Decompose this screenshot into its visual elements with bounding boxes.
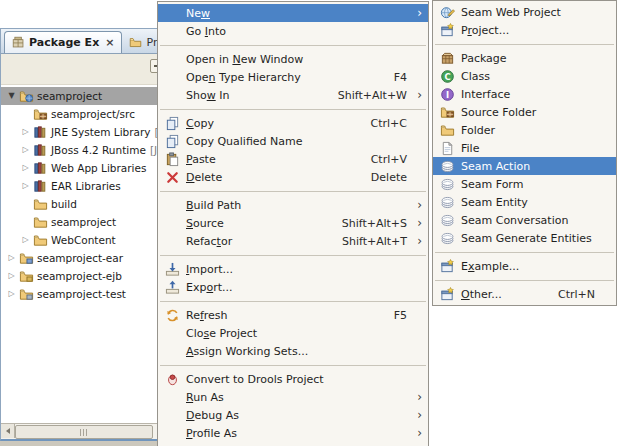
menu-item-paste[interactable]: PasteCtrl+V bbox=[158, 150, 428, 168]
tree-item-webcontent[interactable]: ▷WebContent bbox=[1, 231, 171, 249]
menu-item-refactor[interactable]: RefactorShift+Alt+T› bbox=[158, 232, 428, 250]
menu-item-new[interactable]: New› bbox=[158, 4, 428, 22]
menu-item-label: Other... bbox=[461, 288, 502, 301]
seam-icon bbox=[439, 158, 456, 174]
tree-item-build[interactable]: build bbox=[1, 195, 171, 213]
menu-separator bbox=[433, 275, 616, 285]
menu-item-seam-form[interactable]: Seam Form bbox=[433, 175, 616, 193]
submenu-arrow-icon: › bbox=[413, 217, 422, 229]
menu-separator bbox=[158, 360, 428, 370]
menu-item-copy-qualified-name[interactable]: Copy Qualified Name bbox=[158, 132, 428, 150]
tree-item-ear-libraries[interactable]: ▷EAR Libraries bbox=[1, 177, 171, 195]
menu-item-source[interactable]: SourceShift+Alt+S› bbox=[158, 214, 428, 232]
submenu-arrow-icon: › bbox=[413, 391, 422, 403]
menu-item-seam-action[interactable]: Seam Action bbox=[433, 157, 616, 175]
icon-spacer bbox=[164, 197, 181, 213]
menu-item-run-as[interactable]: Run As› bbox=[158, 388, 428, 406]
menu-item-interface[interactable]: IInterface bbox=[433, 85, 616, 103]
project-ear-icon bbox=[18, 250, 34, 266]
menu-item-label: Seam Action bbox=[461, 160, 530, 173]
horizontal-scrollbar[interactable] bbox=[1, 423, 171, 439]
menu-item-package[interactable]: Package bbox=[433, 49, 616, 67]
menu-item-assign-working-sets[interactable]: Assign Working Sets... bbox=[158, 342, 428, 360]
expander-collapsed-icon[interactable]: ▷ bbox=[19, 182, 32, 190]
menu-item-export[interactable]: Export... bbox=[158, 278, 428, 296]
menu-item-example[interactable]: Example... bbox=[433, 257, 616, 275]
menu-item-close-project[interactable]: Close Project bbox=[158, 324, 428, 342]
scrollbar-thumb[interactable] bbox=[15, 425, 153, 439]
tree-item-label: seamproject bbox=[37, 90, 102, 102]
tree-item-seamproject-ejb[interactable]: ▷seamproject-ejb bbox=[1, 267, 171, 285]
package-explorer-icon bbox=[12, 36, 25, 49]
menu-item-open-type-hierarchy[interactable]: Open Type HierarchyF4 bbox=[158, 68, 428, 86]
project-tree: ▼seamprojectseamproject/src▷JRE System L… bbox=[1, 85, 171, 423]
menu-item-project[interactable]: Project... bbox=[433, 21, 616, 39]
folder-icon bbox=[32, 196, 48, 212]
menu-item-label: Assign Working Sets... bbox=[186, 345, 308, 358]
expander-collapsed-icon[interactable]: ▷ bbox=[5, 290, 18, 298]
seam-web-project-icon bbox=[439, 4, 456, 20]
icon-spacer bbox=[164, 23, 181, 39]
menu-item-delete[interactable]: DeleteDelete bbox=[158, 168, 428, 186]
close-tab-icon[interactable]: × bbox=[105, 37, 114, 48]
expander-expanded-icon[interactable]: ▼ bbox=[5, 92, 18, 100]
expander-collapsed-icon[interactable]: ▷ bbox=[19, 146, 32, 154]
menu-item-copy[interactable]: CopyCtrl+C bbox=[158, 114, 428, 132]
folder-icon bbox=[32, 232, 48, 248]
tree-item-jboss-4-2-runtime[interactable]: ▷JBoss 4.2 Runtime[JBoss 4. bbox=[1, 141, 171, 159]
tree-item-jre-system-library[interactable]: ▷JRE System Library[java-1. bbox=[1, 123, 171, 141]
menu-item-open-in-new-window[interactable]: Open in New Window bbox=[158, 50, 428, 68]
tab-package-ex[interactable]: Package Ex× bbox=[4, 31, 122, 53]
expander-collapsed-icon[interactable]: ▷ bbox=[19, 164, 32, 172]
menu-item-import[interactable]: Import... bbox=[158, 260, 428, 278]
tree-item-seamproject[interactable]: ▼seamproject bbox=[1, 87, 171, 105]
menu-item-label: Copy bbox=[186, 117, 214, 130]
tree-item-web-app-libraries[interactable]: ▷Web App Libraries bbox=[1, 159, 171, 177]
shortcut-label: Delete bbox=[371, 171, 413, 184]
menu-item-debug-as[interactable]: Debug As› bbox=[158, 406, 428, 424]
menu-item-source-folder[interactable]: Source Folder bbox=[433, 103, 616, 121]
menu-item-file[interactable]: File bbox=[433, 139, 616, 157]
expander-collapsed-icon[interactable]: ▷ bbox=[19, 236, 32, 244]
menu-item-go-into[interactable]: Go Into bbox=[158, 22, 428, 40]
export-icon bbox=[164, 279, 181, 295]
menu-item-seam-web-project[interactable]: Seam Web Project bbox=[433, 3, 616, 21]
expander-collapsed-icon[interactable]: ▷ bbox=[19, 128, 32, 136]
seam-icon bbox=[439, 176, 456, 192]
icon-spacer bbox=[164, 5, 181, 21]
menu-item-seam-generate-entities[interactable]: Seam Generate Entities bbox=[433, 229, 616, 247]
menu-item-convert-to-drools-project[interactable]: Convert to Drools Project bbox=[158, 370, 428, 388]
menu-item-refresh[interactable]: RefreshF5 bbox=[158, 306, 428, 324]
menu-item-folder[interactable]: Folder bbox=[433, 121, 616, 139]
eclipse-workbench: Package Ex×Project Exp ▼seamprojectseamp… bbox=[0, 0, 621, 446]
menu-item-class[interactable]: CClass bbox=[433, 67, 616, 85]
icon-spacer bbox=[164, 215, 181, 231]
menu-item-label: Open Type Hierarchy bbox=[186, 71, 301, 84]
menu-item-show-in[interactable]: Show InShift+Alt+W› bbox=[158, 86, 428, 104]
menu-item-label: Refresh bbox=[186, 309, 228, 322]
scroll-left-button[interactable] bbox=[1, 424, 15, 438]
interface-icon: I bbox=[439, 86, 456, 102]
menu-item-label: Seam Generate Entities bbox=[461, 232, 592, 245]
menu-item-label: Refactor bbox=[186, 235, 232, 248]
expander-collapsed-icon[interactable]: ▷ bbox=[5, 254, 18, 262]
tree-item-seamproject[interactable]: seamproject bbox=[1, 213, 171, 231]
icon-spacer bbox=[164, 407, 181, 423]
menu-item-profile-as[interactable]: Profile As› bbox=[158, 424, 428, 442]
menu-item-other[interactable]: Other...Ctrl+N bbox=[433, 285, 616, 303]
menu-item-seam-conversation[interactable]: Seam Conversation bbox=[433, 211, 616, 229]
tree-item-seamproject-src[interactable]: seamproject/src bbox=[1, 105, 171, 123]
menu-item-label: Example... bbox=[461, 260, 519, 273]
tree-item-seamproject-test[interactable]: ▷seamproject-test bbox=[1, 285, 171, 303]
menu-item-label: File bbox=[461, 142, 479, 155]
paste-icon bbox=[164, 151, 181, 167]
menu-item-label: Paste bbox=[186, 153, 216, 166]
tree-item-seamproject-ear[interactable]: ▷seamproject-ear bbox=[1, 249, 171, 267]
expander-collapsed-icon[interactable]: ▷ bbox=[5, 272, 18, 280]
icon-spacer bbox=[164, 425, 181, 441]
menu-item-seam-entity[interactable]: Seam Entity bbox=[433, 193, 616, 211]
file-icon bbox=[439, 140, 456, 156]
menu-item-build-path[interactable]: Build Path› bbox=[158, 196, 428, 214]
menu-item-label: Seam Conversation bbox=[461, 214, 568, 227]
menu-separator bbox=[433, 247, 616, 257]
